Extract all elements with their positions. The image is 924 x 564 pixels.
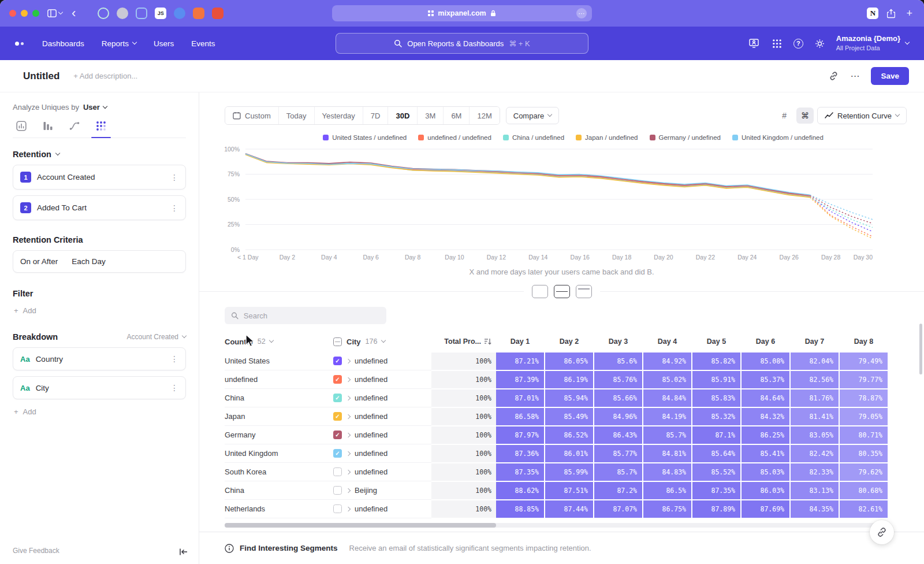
total-column-header[interactable]: Total Pro...	[431, 337, 496, 346]
breakdown-city[interactable]: Aa City ⋮	[13, 376, 186, 399]
share-icon[interactable]	[887, 9, 895, 18]
retention-cell[interactable]: 85.7%	[594, 463, 642, 481]
add-filter-button[interactable]: + Add	[13, 306, 186, 315]
retention-cell[interactable]: 84.19%	[643, 408, 691, 425]
retention-cell[interactable]: 85.03%	[742, 463, 789, 481]
extension-icon[interactable]	[212, 8, 223, 19]
share-report-button[interactable]	[870, 520, 894, 544]
retention-cell[interactable]: 79.77%	[840, 371, 888, 388]
retention-cell[interactable]: 87.97%	[496, 426, 544, 444]
legend-item[interactable]: China / undefined	[503, 134, 564, 141]
retention-step-1[interactable]: 1 Account Created ⋮	[13, 165, 186, 190]
retention-cell[interactable]: 84.83%	[643, 463, 691, 481]
breakdown-context-selector[interactable]: Account Created	[127, 333, 186, 341]
date-range-7d[interactable]: 7D	[363, 107, 388, 124]
chevron-right-icon[interactable]	[346, 451, 351, 455]
retention-cell[interactable]: 80.35%	[840, 445, 888, 462]
split-view-toggle[interactable]	[554, 285, 570, 298]
retention-cell[interactable]: 87.07%	[594, 500, 642, 518]
minimize-window-button[interactable]	[21, 10, 28, 17]
retention-cell[interactable]: 85.77%	[594, 445, 642, 462]
retention-cell[interactable]: 81.76%	[791, 389, 839, 407]
retention-cell[interactable]: 85.52%	[692, 463, 740, 481]
project-switcher[interactable]: Amazonia {Demo} All Project Data	[836, 34, 909, 52]
retention-cell[interactable]: 84.92%	[643, 352, 691, 370]
find-segments-title[interactable]: Find Interesting Segments	[240, 544, 338, 552]
retention-cell[interactable]: 86.01%	[545, 445, 593, 462]
nav-events[interactable]: Events	[191, 39, 215, 48]
select-all-checkbox[interactable]: —	[333, 337, 342, 346]
add-description-field[interactable]: + Add description...	[73, 72, 137, 80]
legend-item[interactable]: undefined / undefined	[418, 134, 491, 141]
day-column-header[interactable]: Day 6	[742, 337, 789, 346]
mixpanel-logo[interactable]	[15, 42, 24, 46]
chart-type-selector[interactable]: Retention Curve	[817, 107, 907, 124]
retention-section-heading[interactable]: Retention	[13, 150, 186, 159]
browser-sidebar-toggle-icon[interactable]	[47, 9, 62, 17]
retention-cell[interactable]: 85.02%	[643, 371, 691, 388]
country-column-header[interactable]: Country 52	[225, 337, 333, 346]
retention-cell[interactable]: 84.35%	[791, 500, 839, 518]
kebab-menu-icon[interactable]: ⋮	[170, 354, 178, 363]
nav-reports[interactable]: Reports	[102, 39, 136, 48]
extension-icon[interactable]	[193, 8, 204, 19]
retention-cell[interactable]: 80.71%	[840, 426, 888, 444]
retention-cell[interactable]: 80.68%	[840, 482, 888, 499]
retention-cell[interactable]: 82.61%	[840, 500, 888, 518]
retention-cell[interactable]: 81.41%	[791, 408, 839, 425]
give-feedback-link[interactable]: Give Feedback	[13, 547, 59, 555]
more-options-icon[interactable]: ⋯	[850, 70, 859, 81]
retention-cell[interactable]: 88.62%	[496, 482, 544, 499]
kebab-menu-icon[interactable]: ⋮	[170, 203, 178, 213]
breakdown-country[interactable]: Aa Country ⋮	[13, 347, 186, 370]
session-replay-icon[interactable]	[749, 38, 761, 49]
criteria-interval-selector[interactable]: Each Day	[72, 257, 106, 266]
save-button[interactable]: Save	[871, 67, 909, 85]
retention-cell[interactable]: 85.91%	[692, 371, 740, 388]
retention-cell[interactable]: 85.7%	[643, 426, 691, 444]
kebab-menu-icon[interactable]: ⋮	[170, 173, 178, 182]
fullscreen-window-button[interactable]	[32, 10, 39, 17]
retention-cell[interactable]: 87.35%	[692, 482, 740, 499]
absolute-numbers-toggle[interactable]: #	[776, 107, 793, 124]
chevron-right-icon[interactable]	[346, 506, 351, 511]
table-search[interactable]	[225, 307, 386, 324]
retention-cell[interactable]: 78.87%	[840, 389, 888, 407]
retention-cell[interactable]: 87.36%	[496, 445, 544, 462]
retention-cell[interactable]: 85.08%	[742, 352, 789, 370]
retention-cell[interactable]: 86.5%	[643, 482, 691, 499]
legend-item[interactable]: United States / undefined	[323, 134, 407, 141]
row-checkbox[interactable]: ✓	[333, 375, 342, 384]
retention-cell[interactable]: 83.13%	[791, 482, 839, 499]
retention-cell[interactable]: 85.41%	[742, 445, 789, 462]
retention-cell[interactable]: 85.64%	[692, 445, 740, 462]
horizontal-scrollbar[interactable]	[225, 523, 888, 528]
retention-cell[interactable]: 85.83%	[692, 389, 740, 407]
collapse-sidebar-button[interactable]	[179, 548, 188, 556]
retention-cell[interactable]: 79.05%	[840, 408, 888, 425]
retention-cell[interactable]: 86.05%	[545, 352, 593, 370]
date-range-yesterday[interactable]: Yesterday	[314, 107, 363, 124]
retention-cell[interactable]: 87.35%	[496, 463, 544, 481]
add-breakdown-button[interactable]: + Add	[13, 407, 186, 416]
criteria-condition-selector[interactable]: On or After	[20, 257, 58, 266]
retention-cell[interactable]: 82.56%	[791, 371, 839, 388]
retention-cell[interactable]: 82.04%	[791, 352, 839, 370]
help-icon[interactable]: ?	[793, 39, 803, 49]
compare-button[interactable]: Compare	[506, 107, 559, 124]
retention-cell[interactable]: 85.49%	[545, 408, 593, 425]
retention-cell[interactable]: 85.94%	[545, 389, 593, 407]
table-search-input[interactable]	[244, 311, 380, 320]
retention-cell[interactable]: 84.84%	[643, 389, 691, 407]
back-button[interactable]: ‹	[69, 7, 78, 20]
row-checkbox[interactable]	[333, 486, 342, 495]
date-range-today[interactable]: Today	[278, 107, 314, 124]
nav-dashboards[interactable]: Dashboards	[42, 39, 84, 48]
tab-insights[interactable]	[16, 121, 27, 131]
retention-cell[interactable]: 79.49%	[840, 352, 888, 370]
vertical-scrollbar[interactable]	[919, 324, 922, 374]
retention-cell[interactable]: 83.05%	[791, 426, 839, 444]
retention-cell[interactable]: 87.1%	[692, 426, 740, 444]
retention-cell[interactable]: 87.89%	[692, 500, 740, 518]
legend-item[interactable]: United Kingdom / undefined	[732, 134, 824, 141]
